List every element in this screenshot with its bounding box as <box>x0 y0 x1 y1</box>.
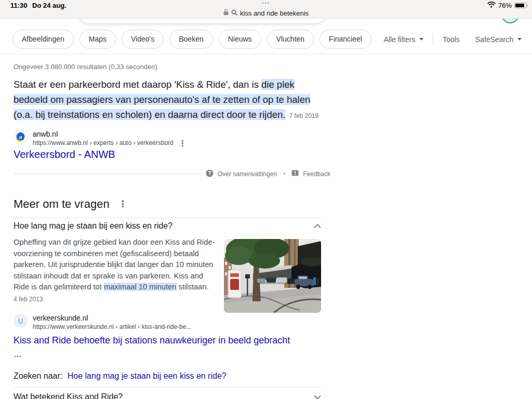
result-source-verkeerskunde[interactable]: U verkeerskunde.nl https://www.verkeersk… <box>14 314 191 331</box>
about-summaries-link[interactable]: Over samenvattingen <box>218 170 277 178</box>
tools-button[interactable]: Tools <box>443 35 460 44</box>
svg-text:U: U <box>18 317 23 325</box>
search-category-tabs: Afbeeldingen Maps Video's Boeken Nieuws … <box>12 30 371 49</box>
toolbar-divider <box>433 33 433 46</box>
safesearch-button[interactable]: SafeSearch <box>475 35 522 44</box>
safari-chrome-bar: 11:30 Do 24 aug. ••• kiss and ride betek… <box>0 0 532 19</box>
all-filters-button[interactable]: Alle filters <box>383 35 423 44</box>
address-bar-query: kiss and ride betekenis <box>240 9 309 17</box>
result-link-line1: Kiss and Ride behoefte bij stations nauw… <box>14 334 290 347</box>
search-for-label: Zoeken naar: <box>14 371 62 380</box>
tab-maps[interactable]: Maps <box>79 30 116 49</box>
result-link-verkeerskunde[interactable]: Kiss and Ride behoefte bij stations nauw… <box>14 334 290 361</box>
result-link-line2: ... <box>14 347 290 361</box>
tab-afbeeldingen[interactable]: Afbeeldingen <box>12 30 74 49</box>
anwb-favicon: a <box>14 130 28 144</box>
results-toolbar: Alle filters Tools SafeSearch <box>383 30 522 49</box>
search-for-row: Zoeken naar: Hoe lang mag je staan bij e… <box>14 371 227 381</box>
chevron-down-icon <box>419 38 423 41</box>
paa-question-1-text: Hoe lang mag je staan bij een kiss en ri… <box>14 221 172 231</box>
status-right-cluster: 76% <box>487 2 527 9</box>
answer-highlight: maximaal 10 minuten <box>104 283 177 291</box>
battery-icon <box>514 3 527 8</box>
lock-icon <box>223 9 229 17</box>
search-icon <box>231 9 237 17</box>
source-site-name: anwb.nl <box>33 130 187 138</box>
paa-answer-text: Opheffing van dit grijze gebied kan door… <box>14 237 220 293</box>
paa-question-1[interactable]: Hoe lang mag je staan bij een kiss en ri… <box>14 221 321 231</box>
svg-text:a: a <box>19 134 22 140</box>
snippet-footer-row: ? Over samenvattingen • Feedback <box>0 169 335 179</box>
wifi-icon <box>487 2 496 9</box>
header-divider <box>0 54 532 54</box>
featured-snippet: Staat er een parkeerbord met daarop 'Kis… <box>14 77 325 124</box>
result-stats: Ongeveer 3.080.000 resultaten (0,33 seco… <box>14 63 157 71</box>
battery-percent: 76% <box>498 2 512 9</box>
paa-question-2-text: Wat betekend Kiss and Ride? <box>14 392 123 399</box>
verkeerskunde-favicon: U <box>14 314 28 328</box>
snippet-footer-divider <box>14 174 202 174</box>
svg-text:?: ? <box>208 170 211 176</box>
chevron-down-icon <box>314 392 321 399</box>
answer-end: stilstaan. <box>177 283 209 291</box>
feedback-icon <box>291 170 299 178</box>
result-source-anwb[interactable]: a anwb.nl https://www.anwb.nl › experts … <box>14 130 187 147</box>
feedback-link[interactable]: Feedback <box>303 170 330 178</box>
paa-result-thumbnail[interactable] <box>224 239 321 313</box>
tab-boeken[interactable]: Boeken <box>169 30 212 49</box>
paa-divider <box>14 387 321 388</box>
snippet-text: Staat er een parkeerbord met daarop 'Kis… <box>14 79 261 90</box>
compact-address-bar[interactable]: kiss and ride betekenis <box>0 9 532 17</box>
snippet-date: 7 feb 2019 <box>289 112 318 119</box>
screen: 11:30 Do 24 aug. ••• kiss and ride betek… <box>0 0 532 399</box>
paa-answer-1: Opheffing van dit grijze gebied kan door… <box>14 237 321 313</box>
separator-dot: • <box>283 170 285 178</box>
more-options-icon[interactable]: ⋮ <box>118 201 127 208</box>
result-link-anwb[interactable]: Verkeersbord - ANWB <box>14 149 115 161</box>
chevron-up-icon <box>314 221 321 231</box>
paa-question-2[interactable]: Wat betekend Kiss and Ride? <box>14 392 321 399</box>
help-icon: ? <box>206 169 214 179</box>
paa-answer-date: 4 feb 2013 <box>14 296 220 303</box>
tab-overview-dots[interactable]: ••• <box>0 1 532 6</box>
google-results-page: Afbeeldingen Maps Video's Boeken Nieuws … <box>0 19 532 399</box>
paa-heading-row: Meer om te vragen ⋮ <box>14 197 127 211</box>
tab-videos[interactable]: Video's <box>122 30 164 49</box>
safesearch-label: SafeSearch <box>475 35 513 44</box>
paa-heading: Meer om te vragen <box>14 197 110 211</box>
source-breadcrumb: https://www.verkeerskunde.nl › artikel ›… <box>33 323 191 331</box>
search-for-link[interactable]: Hoe lang mag je staan bij een kiss en ri… <box>68 371 227 380</box>
source-breadcrumb: https://www.anwb.nl › experts › auto › v… <box>33 139 174 147</box>
source-site-name: verkeerskunde.nl <box>33 314 191 322</box>
tab-nieuws[interactable]: Nieuws <box>219 30 261 49</box>
tab-vluchten[interactable]: Vluchten <box>267 30 314 49</box>
more-options-icon[interactable]: ⋮ <box>179 140 187 147</box>
all-filters-label: Alle filters <box>383 35 415 44</box>
paa-divider <box>14 218 321 218</box>
chevron-down-icon <box>517 38 522 41</box>
tab-financieel[interactable]: Financieel <box>320 30 371 49</box>
